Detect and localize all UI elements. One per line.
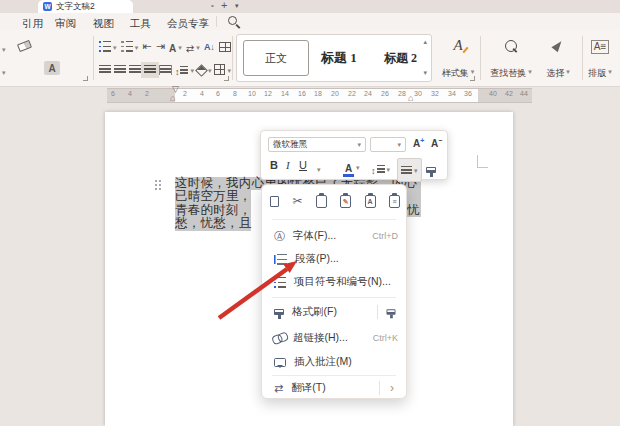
ruler-number: 44 — [520, 90, 528, 97]
toolbar-divider-1 — [93, 36, 94, 80]
selected-text-line4[interactable]: 愁，忧愁，且 — [175, 217, 251, 230]
search-icon[interactable] — [228, 16, 237, 25]
shading-button[interactable] — [197, 61, 212, 79]
mini-align-button[interactable] — [397, 158, 422, 182]
style-heading1[interactable]: 标题 1 — [321, 49, 357, 67]
arrange-button[interactable]: 排列 — [616, 38, 620, 80]
menu-item-bullets-numbering[interactable]: 项目符号和编号(N)... — [268, 271, 402, 293]
decrease-indent-icon[interactable]: ⇤ — [142, 40, 151, 53]
selected-text-line3[interactable]: 青春的时刻， — [175, 204, 251, 217]
menu-item-paragraph[interactable]: 段落(P)... — [268, 248, 402, 270]
typeset-button[interactable]: A≡ 排版 — [586, 38, 614, 80]
margin-corner-mark — [477, 155, 488, 168]
font-name-select[interactable]: 微软雅黑 ▾ — [268, 137, 366, 152]
highlight-letter: A — [48, 63, 55, 74]
document-tab[interactable]: W 文字文稿2 — [38, 0, 133, 13]
increase-indent-icon[interactable]: ⇥ — [156, 40, 165, 53]
paste-special-icon[interactable]: ✎ — [340, 195, 351, 208]
styles-spinner-up-icon[interactable]: ▴ — [423, 38, 427, 46]
submenu-chevron-icon: › — [390, 383, 394, 393]
bullets-numbering-icon — [274, 277, 286, 288]
ruler-number: 10 — [248, 90, 256, 97]
font-size-select[interactable]: ▾ — [370, 137, 406, 152]
menu-vertical-divider — [379, 381, 380, 395]
align-distribute-icon[interactable] — [159, 65, 172, 75]
group-expander-font[interactable] — [83, 76, 88, 81]
highlight-button[interactable] — [315, 160, 321, 178]
menu-item-hyperlink-label: 超链接(H)... — [293, 331, 348, 345]
left-indent-marker[interactable]: ⌂ — [170, 93, 175, 103]
align-left-icon[interactable] — [99, 65, 111, 75]
highlight-color-button[interactable]: A — [44, 61, 60, 75]
tab-list-chevron-icon[interactable]: ▾ — [235, 2, 239, 10]
tab-settings-icon[interactable] — [219, 42, 231, 52]
copy-icon[interactable] — [270, 196, 279, 207]
select-label: 选择 — [546, 67, 570, 80]
group-expander-styles[interactable] — [470, 76, 475, 81]
menu-item-member[interactable]: 会员专享 — [167, 17, 209, 31]
paste-format-icon[interactable]: ≡ — [389, 195, 400, 208]
find-replace-button[interactable]: 查找替换 — [488, 38, 534, 80]
menu-item-insert-comment[interactable]: 插入批注(M) — [268, 351, 402, 373]
text-direction-button[interactable]: ⇄ — [186, 38, 200, 56]
menu-item-tools[interactable]: 工具 — [130, 17, 151, 31]
paragraph-group-row2: ↕ — [99, 62, 231, 77]
select-button[interactable]: 选择 — [540, 38, 576, 80]
font-color-button[interactable]: A — [343, 158, 360, 177]
bold-button[interactable]: B — [270, 159, 278, 171]
clipped-dropdown-bottom[interactable] — [0, 63, 6, 81]
selection-highlight-sliver-line2[interactable] — [407, 190, 421, 203]
line-spacing-button[interactable]: ↕ — [175, 61, 194, 79]
bullets-button[interactable] — [99, 38, 117, 56]
ruler-number: 30 — [414, 90, 422, 97]
menu-item-format-painter[interactable]: 格式刷(F) — [268, 301, 402, 323]
plus-icon: + — [420, 137, 424, 144]
cut-icon[interactable]: ✂ — [292, 194, 302, 208]
style-body-text[interactable]: 正文 — [243, 40, 309, 76]
shading-icon — [195, 64, 208, 77]
font-size-caret-icon: ▾ — [397, 141, 401, 149]
clipboard-icon-row: ✂ ✎ A ≡ — [270, 194, 400, 208]
format-painter-sticky-icon[interactable] — [387, 309, 396, 314]
paste-icon[interactable] — [316, 195, 327, 208]
align-center-icon[interactable] — [114, 65, 126, 75]
align-justify-icon[interactable] — [144, 65, 156, 75]
right-indent-marker[interactable]: ⌂ — [408, 93, 413, 103]
menu-item-font[interactable]: Ⓐ 字体(F)... Ctrl+D — [268, 225, 402, 247]
decrease-font-size-button[interactable]: A− — [431, 137, 442, 149]
style-heading2[interactable]: 标题 2 — [384, 50, 417, 67]
style-set-button[interactable]: A 样式集 — [437, 37, 479, 80]
paste-text-only-icon[interactable]: A — [365, 195, 376, 208]
menu-item-hyperlink[interactable]: 超链接(H)... Ctrl+K — [268, 327, 402, 349]
clipped-dropdown-top[interactable] — [0, 40, 6, 58]
menu-item-view[interactable]: 视图 — [93, 17, 114, 31]
sort-icon[interactable]: A↓ — [204, 42, 215, 52]
mini-format-painter-icon — [426, 167, 436, 173]
text-tools-button[interactable]: A — [169, 38, 182, 56]
new-tab-button[interactable]: + — [221, 0, 227, 11]
toolbar-divider-3 — [480, 36, 481, 80]
styles-spinner-down-icon[interactable]: ▾ — [423, 69, 427, 77]
selected-text-line3-end[interactable]: 忧 — [407, 204, 421, 217]
comment-icon — [274, 358, 286, 367]
selected-text-line2[interactable]: 已晴空万里， — [175, 190, 251, 203]
styles-gallery: 正文 标题 1 标题 2 ▴ ▾ — [236, 34, 432, 82]
menu-separator — [272, 219, 396, 220]
menu-item-review[interactable]: 审阅 — [55, 17, 76, 31]
bullets-icon — [99, 41, 111, 52]
mini-format-painter-button[interactable] — [426, 159, 436, 177]
menu-item-translate[interactable]: ⇄ 翻译(T) › — [268, 377, 402, 399]
paragraph-drag-handle-icon[interactable] — [155, 180, 162, 191]
menu-item-references[interactable]: 引用 — [22, 17, 43, 31]
ruler-number: 6 — [111, 90, 115, 97]
menu-item-font-shortcut: Ctrl+D — [372, 231, 402, 241]
align-right-icon[interactable] — [129, 65, 141, 75]
group-expander-paragraph[interactable] — [224, 76, 229, 81]
ruler-number: 22 — [348, 90, 356, 97]
underline-button[interactable]: U — [299, 159, 307, 171]
mini-line-spacing-button[interactable]: ↕ — [371, 160, 390, 178]
numbering-button[interactable] — [121, 38, 139, 56]
menu-item-translate-label: 翻译(T) — [291, 381, 325, 395]
increase-font-size-button[interactable]: A+ — [413, 137, 424, 149]
italic-button[interactable]: I — [286, 159, 290, 171]
